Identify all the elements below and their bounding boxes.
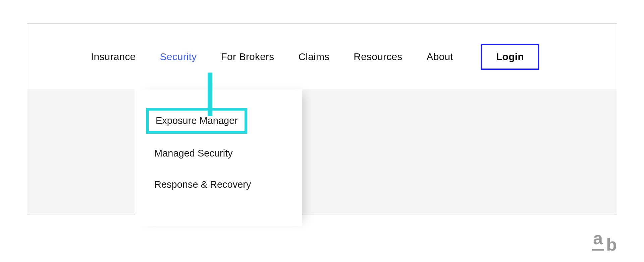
dropdown-connector-line — [208, 73, 212, 116]
nav-security[interactable]: Security — [160, 51, 197, 62]
security-dropdown: Exposure Manager Managed Security Respon… — [135, 89, 302, 226]
dropdown-item-response-recovery[interactable]: Response & Recovery — [146, 173, 259, 196]
nav-claims[interactable]: Claims — [298, 51, 329, 62]
watermark-logo: a b — [592, 228, 617, 255]
nav-for-brokers[interactable]: For Brokers — [221, 51, 274, 62]
watermark-a: a — [593, 228, 603, 248]
nav-about[interactable]: About — [427, 51, 453, 62]
watermark-b: b — [606, 234, 617, 255]
dropdown-item-exposure-manager[interactable]: Exposure Manager — [146, 108, 247, 134]
app-frame: Insurance Security For Brokers Claims Re… — [27, 24, 617, 215]
login-button[interactable]: Login — [481, 44, 539, 70]
content-area — [27, 89, 617, 215]
dropdown-item-managed-security[interactable]: Managed Security — [146, 142, 241, 165]
nav-resources[interactable]: Resources — [354, 51, 402, 62]
main-navbar: Insurance Security For Brokers Claims Re… — [27, 24, 617, 89]
watermark-underline-icon — [592, 249, 604, 251]
nav-insurance[interactable]: Insurance — [91, 51, 136, 62]
